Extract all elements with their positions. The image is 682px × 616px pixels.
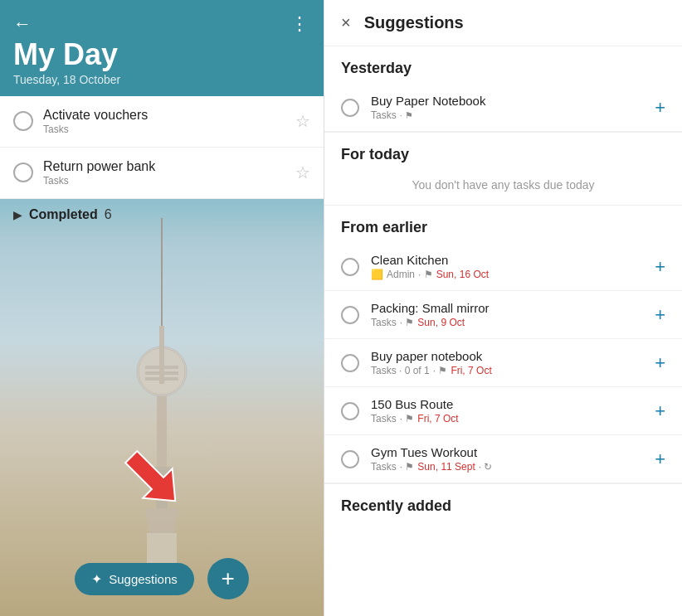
due-date: Fri, 7 Oct — [451, 365, 491, 376]
suggestion-checkbox[interactable] — [341, 354, 359, 372]
suggestion-item: Clean Kitchen 🟨 Admin · ⚑ Sun, 16 Oct + — [324, 243, 682, 291]
suggestion-item: Gym Tues Workout Tasks · ⚑ Sun, 11 Sept … — [324, 435, 682, 483]
sub-text: Admin — [387, 269, 415, 280]
back-button[interactable]: ← — [13, 13, 32, 35]
add-suggestion-button[interactable]: + — [655, 256, 665, 278]
sub-text: Tasks — [371, 109, 397, 121]
sub-text: Tasks · 0 of 1 — [371, 365, 430, 376]
completed-label: Completed — [29, 207, 98, 222]
flag-icon: · ⚑ — [400, 110, 413, 121]
suggestion-item: Packing: Small mirror Tasks · ⚑ Sun, 9 O… — [324, 291, 682, 339]
flag-icon: · ⚑ — [418, 269, 433, 280]
task-name: Return power bank — [43, 159, 285, 174]
suggestion-checkbox[interactable] — [341, 450, 359, 468]
suggestion-sub: Tasks · ⚑ Sun, 9 Oct — [371, 317, 643, 328]
suggestion-checkbox[interactable] — [341, 306, 359, 324]
suggestion-name: Clean Kitchen — [371, 253, 643, 267]
svg-marker-12 — [117, 443, 190, 516]
section-yesterday: Yesterday — [324, 46, 682, 84]
task-sub: Tasks — [43, 175, 285, 187]
sub-text: Tasks — [371, 317, 397, 328]
task-info: Activate vouchers Tasks — [43, 108, 285, 135]
completed-section[interactable]: ▶ Completed 6 — [0, 199, 324, 230]
suggestion-sub: Tasks · 0 of 1 · ⚑ Fri, 7 Oct — [371, 365, 643, 376]
suggestion-sub: Tasks · ⚑ — [371, 109, 643, 121]
suggestion-name: Buy paper notebook — [371, 349, 643, 363]
section-recently-added: Recently added — [324, 484, 682, 521]
completed-count: 6 — [105, 207, 112, 222]
left-header: ← ⋮ My Day Tuesday, 18 October — [0, 0, 324, 96]
suggestion-item: Buy Paper Notebook Tasks · ⚑ + — [324, 84, 682, 132]
add-suggestion-button[interactable]: + — [655, 97, 665, 119]
suggestion-info: 150 Bus Route Tasks · ⚑ Fri, 7 Oct — [371, 397, 643, 424]
plus-icon: + — [222, 565, 235, 592]
right-header: × Suggestions — [324, 0, 682, 46]
close-button[interactable]: × — [341, 13, 351, 32]
suggestion-info: Gym Tues Workout Tasks · ⚑ Sun, 11 Sept … — [371, 445, 643, 473]
suggestions-panel-title: Suggestions — [364, 13, 464, 32]
suggestion-checkbox[interactable] — [341, 99, 359, 117]
empty-today-text: You don't have any tasks due today — [324, 170, 682, 205]
suggestion-name: Buy Paper Notebook — [371, 94, 643, 108]
suggestion-name: 150 Bus Route — [371, 397, 643, 411]
flag-icon: · ⚑ — [400, 461, 415, 473]
due-date: Sun, 16 Oct — [436, 269, 489, 280]
add-task-button[interactable]: + — [207, 558, 249, 599]
right-panel: × Suggestions Yesterday Buy Paper Notebo… — [324, 0, 682, 616]
repeat-icon: · ↻ — [479, 461, 493, 473]
page-title: My Day — [13, 38, 310, 71]
svg-rect-6 — [159, 326, 164, 384]
suggestion-info: Clean Kitchen 🟨 Admin · ⚑ Sun, 16 Oct — [371, 253, 643, 280]
star-icon[interactable]: ☆ — [295, 111, 310, 131]
emoji: 🟨 — [371, 269, 383, 280]
more-menu-button[interactable]: ⋮ — [290, 13, 310, 35]
section-today: For today — [324, 133, 682, 170]
flag-icon: · ⚑ — [400, 317, 415, 328]
suggestion-info: Buy Paper Notebook Tasks · ⚑ — [371, 94, 643, 121]
add-suggestion-button[interactable]: + — [655, 449, 665, 470]
task-info: Return power bank Tasks — [43, 159, 285, 187]
suggestion-checkbox[interactable] — [341, 258, 359, 276]
due-date: Fri, 7 Oct — [417, 413, 458, 424]
suggestion-item: 150 Bus Route Tasks · ⚑ Fri, 7 Oct + — [324, 387, 682, 435]
suggestion-checkbox[interactable] — [341, 402, 359, 420]
chevron-right-icon: ▶ — [13, 208, 22, 221]
suggestion-info: Buy paper notebook Tasks · 0 of 1 · ⚑ Fr… — [371, 349, 643, 376]
suggestion-sub: 🟨 Admin · ⚑ Sun, 16 Oct — [371, 269, 643, 280]
sparkle-icon: ✦ — [91, 571, 102, 587]
section-earlier: From earlier — [324, 206, 682, 243]
sub-text: Tasks — [371, 413, 397, 424]
suggestions-label: Suggestions — [109, 572, 178, 586]
task-item[interactable]: Return power bank Tasks ☆ — [0, 148, 324, 199]
flag-icon: · ⚑ — [400, 413, 415, 424]
suggestion-name: Packing: Small mirror — [371, 301, 643, 315]
red-arrow — [108, 434, 207, 533]
task-item[interactable]: Activate vouchers Tasks ☆ — [0, 96, 324, 148]
svg-rect-7 — [161, 218, 163, 326]
add-suggestion-button[interactable]: + — [655, 304, 665, 326]
suggestion-info: Packing: Small mirror Tasks · ⚑ Sun, 9 O… — [371, 301, 643, 328]
bottom-bar: ✦ Suggestions + — [0, 548, 324, 616]
add-suggestion-button[interactable]: + — [655, 400, 665, 422]
due-date: Sun, 9 Oct — [417, 317, 465, 328]
sub-text: Tasks — [371, 461, 397, 473]
suggestion-item: Buy paper notebook Tasks · 0 of 1 · ⚑ Fr… — [324, 339, 682, 387]
suggestion-sub: Tasks · ⚑ Sun, 11 Sept · ↻ — [371, 461, 643, 473]
star-icon[interactable]: ☆ — [295, 162, 310, 182]
add-suggestion-button[interactable]: + — [655, 352, 665, 374]
suggestion-name: Gym Tues Workout — [371, 445, 643, 459]
task-list: Activate vouchers Tasks ☆ Return power b… — [0, 96, 324, 199]
left-panel: ← ⋮ My Day Tuesday, 18 October Activate … — [0, 0, 324, 616]
task-sub: Tasks — [43, 124, 285, 135]
suggestion-sub: Tasks · ⚑ Fri, 7 Oct — [371, 413, 643, 424]
page-subtitle: Tuesday, 18 October — [13, 73, 310, 86]
due-date: Sun, 11 Sept — [417, 461, 475, 473]
suggestions-button[interactable]: ✦ Suggestions — [75, 563, 194, 595]
task-name: Activate vouchers — [43, 108, 285, 123]
task-checkbox[interactable] — [13, 111, 33, 131]
flag-icon: · ⚑ — [433, 365, 448, 376]
task-checkbox[interactable] — [13, 162, 33, 182]
